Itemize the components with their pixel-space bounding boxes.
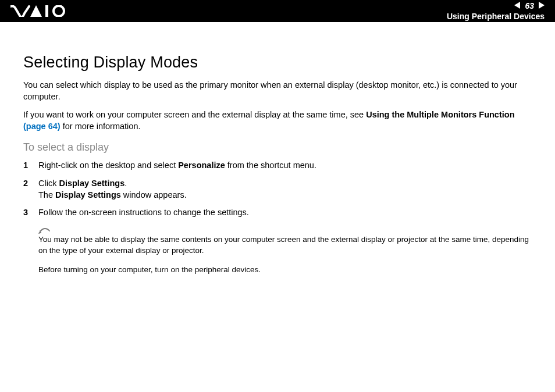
step-text: Follow the on-screen instructions to cha… (38, 206, 249, 218)
prev-page-arrow[interactable] (514, 1, 522, 10)
step-item: 2Click Display Settings.The Display Sett… (23, 177, 532, 201)
note-section: You may not be able to display the same … (38, 226, 532, 276)
step-item: 3Follow the on-screen instructions to ch… (23, 206, 532, 218)
note-icon (38, 226, 532, 234)
step-number: 2 (23, 177, 38, 201)
intro-paragraph-2: If you want to work on your computer scr… (23, 109, 532, 132)
intro-block: You can select which display to be used … (23, 80, 532, 132)
svg-marker-2 (514, 2, 520, 9)
page-number: 63 (525, 1, 534, 10)
intro-paragraph-1: You can select which display to be used … (23, 80, 532, 102)
page-link-64[interactable]: (page 64) (23, 122, 61, 131)
step-number: 3 (23, 206, 38, 218)
svg-rect-0 (45, 5, 48, 17)
note-paragraph-2: Before turning on your computer, turn on… (38, 265, 532, 276)
page-navigation: 63 (514, 1, 545, 10)
next-page-arrow[interactable] (536, 1, 545, 10)
subheading: To select a display (23, 141, 532, 154)
svg-point-1 (54, 6, 64, 16)
step-text: Click Display Settings.The Display Setti… (38, 177, 187, 201)
intro-p2-tail: for more information. (61, 122, 141, 131)
steps-list: 1Right-click on the desktop and select P… (23, 159, 532, 218)
step-item: 1Right-click on the desktop and select P… (23, 159, 532, 171)
vaio-logo (10, 5, 67, 17)
header-bar: 63 Using Peripheral Devices (0, 0, 555, 22)
section-name: Using Peripheral Devices (447, 12, 545, 21)
step-number: 1 (23, 159, 38, 171)
svg-marker-3 (539, 2, 545, 9)
header-right: 63 Using Peripheral Devices (447, 1, 545, 21)
page-title: Selecting Display Modes (23, 54, 532, 72)
note-paragraph-1: You may not be able to display the same … (38, 234, 532, 256)
step-text: Right-click on the desktop and select Pe… (38, 159, 316, 171)
content-area: Selecting Display Modes You can select w… (0, 22, 555, 276)
intro-p2-text: If you want to work on your computer scr… (23, 110, 366, 119)
